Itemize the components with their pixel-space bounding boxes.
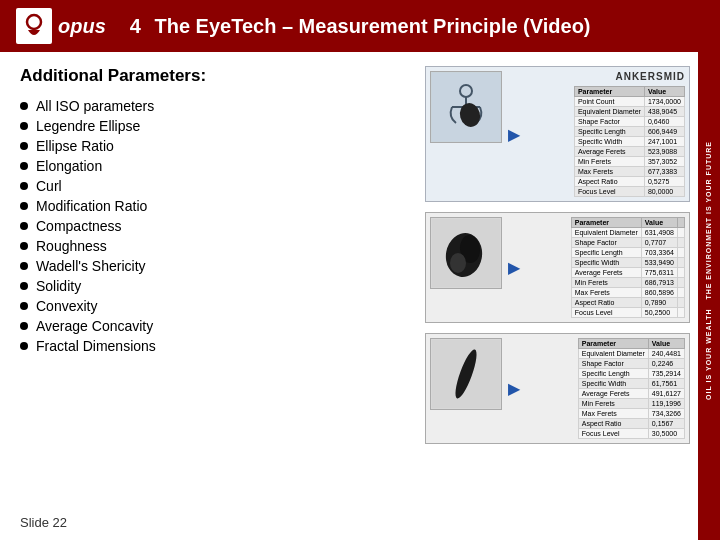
card-1-table: Parameter Value Point Count1734,0000 Equ…: [574, 86, 685, 197]
list-item: Curl: [20, 178, 409, 194]
bullet-dot: [20, 162, 28, 170]
particle-1-svg: [432, 73, 500, 141]
bullet-dot: [20, 302, 28, 310]
table-row: Average Ferets491,6127: [578, 389, 684, 399]
particle-3-svg: [432, 340, 500, 408]
bullet-list: All ISO parameters Legendre Ellipse Elli…: [20, 98, 409, 358]
card-1-data: ANKERSMID Parameter Value Point Count173…: [526, 71, 685, 197]
bullet-dot: [20, 202, 28, 210]
header: opus 4 The EyeTech – Measurement Princip…: [0, 0, 720, 52]
side-strip-text: OIL IS YOUR WEALTH THE ENVIRONMENT IS YO…: [705, 141, 713, 400]
bullet-dot: [20, 222, 28, 230]
table-row: Max Ferets734,3266: [578, 409, 684, 419]
opus-logo-icon: [20, 12, 48, 40]
card-2: ▶ Parameter Value Equivalent Diameter631…: [425, 212, 690, 323]
svg-point-0: [27, 15, 41, 29]
table-row: Average Ferets775,6311: [571, 268, 684, 278]
card-3-data: Parameter Value Equivalent Diameter240,4…: [526, 338, 685, 439]
table-row: Specific Width247,1001: [574, 137, 684, 147]
list-item: Wadell's Shericity: [20, 258, 409, 274]
col-header-value: Value: [644, 87, 684, 97]
logo-area: opus: [16, 8, 106, 44]
arrow-3-icon: ▶: [508, 379, 520, 398]
col-header-value: Value: [648, 339, 684, 349]
table-row: Specific Width61,7561: [578, 379, 684, 389]
table-row: Shape Factor0,6460: [574, 117, 684, 127]
svg-point-9: [450, 253, 466, 273]
table-row: Specific Length703,3364: [571, 248, 684, 258]
table-row: Shape Factor0,7707: [571, 238, 684, 248]
table-row: Focus Level80,0000: [574, 187, 684, 197]
list-item: Modification Ratio: [20, 198, 409, 214]
card-2-image: [430, 217, 502, 289]
logo-text: opus: [58, 15, 106, 38]
bullet-dot: [20, 182, 28, 190]
card-3-table: Parameter Value Equivalent Diameter240,4…: [578, 338, 685, 439]
table-row: Equivalent Diameter631,4908: [571, 228, 684, 238]
table-row: Shape Factor0,2246: [578, 359, 684, 369]
table-row: Specific Length735,2914: [578, 369, 684, 379]
right-panel: ▶ ANKERSMID Parameter Value Point Count1…: [425, 66, 690, 530]
list-item: Ellipse Ratio: [20, 138, 409, 154]
col-header-value: Value: [641, 218, 677, 228]
table-row: Min Ferets119,1996: [578, 399, 684, 409]
card-3: ▶ Parameter Value Equivalent Diameter240…: [425, 333, 690, 444]
bullet-dot: [20, 282, 28, 290]
table-row: Equivalent Diameter240,4481: [578, 349, 684, 359]
list-item: Solidity: [20, 278, 409, 294]
table-row: Aspect Ratio0,5275: [574, 177, 684, 187]
bullet-dot: [20, 342, 28, 350]
table-row: Min Ferets686,7913: [571, 278, 684, 288]
card-1: ▶ ANKERSMID Parameter Value Point Count1…: [425, 66, 690, 202]
table-row: Point Count1734,0000: [574, 97, 684, 107]
bullet-dot: [20, 122, 28, 130]
table-row: Min Ferets357,3052: [574, 157, 684, 167]
table-row: Focus Level30,5000: [578, 429, 684, 439]
bullet-dot: [20, 102, 28, 110]
ankersmid-label: ANKERSMID: [615, 71, 685, 82]
list-item: All ISO parameters: [20, 98, 409, 114]
col-header-param: Parameter: [578, 339, 648, 349]
bullet-dot: [20, 242, 28, 250]
col-header-param: Parameter: [571, 218, 641, 228]
bullet-dot: [20, 322, 28, 330]
particle-2-svg: [432, 219, 500, 287]
list-item: Elongation: [20, 158, 409, 174]
bullet-dot: [20, 142, 28, 150]
card-1-image: [430, 71, 502, 143]
card-2-table: Parameter Value Equivalent Diameter631,4…: [571, 217, 685, 318]
table-row: Aspect Ratio0,7890: [571, 298, 684, 308]
card-2-data: Parameter Value Equivalent Diameter631,4…: [526, 217, 685, 318]
list-item: Fractal Dimensions: [20, 338, 409, 354]
header-title: 4 The EyeTech – Measurement Principle (V…: [130, 15, 591, 38]
col-header-extra: [678, 218, 685, 228]
side-strip: OIL IS YOUR WEALTH THE ENVIRONMENT IS YO…: [698, 0, 720, 540]
list-item: Compactness: [20, 218, 409, 234]
table-row: Aspect Ratio0,1567: [578, 419, 684, 429]
main-content: Additional Parameters: All ISO parameter…: [0, 52, 720, 540]
slide-label: Slide 22: [20, 507, 409, 530]
list-item: Roughness: [20, 238, 409, 254]
arrow-1-icon: ▶: [508, 125, 520, 144]
table-row: Specific Width533,9490: [571, 258, 684, 268]
table-row: Specific Length606,9449: [574, 127, 684, 137]
arrow-2-icon: ▶: [508, 258, 520, 277]
logo-box: [16, 8, 52, 44]
col-header-param: Parameter: [574, 87, 644, 97]
table-row: Max Ferets860,5896: [571, 288, 684, 298]
list-item: Convexity: [20, 298, 409, 314]
list-item: Legendre Ellipse: [20, 118, 409, 134]
table-row: Max Ferets677,3383: [574, 167, 684, 177]
list-item: Average Concavity: [20, 318, 409, 334]
section-title: Additional Parameters:: [20, 66, 409, 86]
table-row: Focus Level50,2500: [571, 308, 684, 318]
card-3-image: [430, 338, 502, 410]
bullet-dot: [20, 262, 28, 270]
table-row: Average Ferets523,9088: [574, 147, 684, 157]
table-row: Equivalent Diameter438,9045: [574, 107, 684, 117]
left-panel: Additional Parameters: All ISO parameter…: [20, 66, 409, 530]
